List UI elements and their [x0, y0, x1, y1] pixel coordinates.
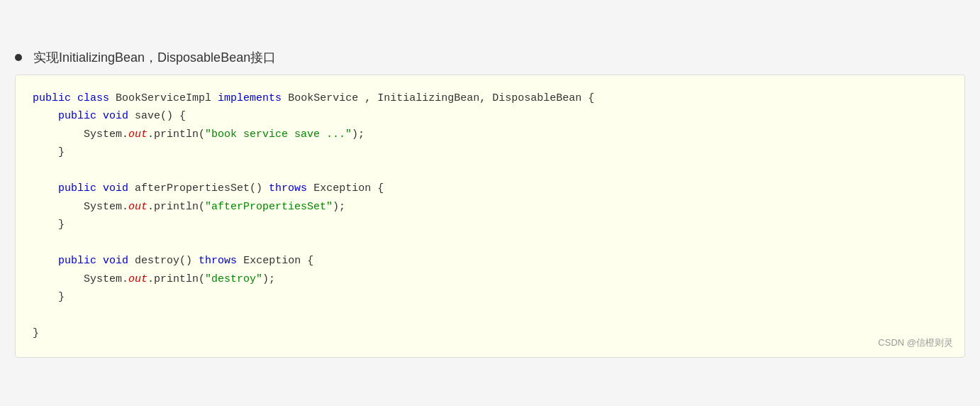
- code-line-2: public void save() {: [33, 107, 947, 126]
- code-line-11: System.out.println("destroy");: [33, 270, 947, 289]
- code-block: public class BookServiceImpl implements …: [15, 75, 965, 358]
- code-line-13: [33, 307, 947, 325]
- code-line-10: public void destroy() throws Exception {: [33, 252, 947, 270]
- code-line-8: }: [33, 216, 947, 234]
- code-line-6: public void afterPropertiesSet() throws …: [33, 180, 947, 198]
- bullet-line: 实现InitializingBean，DisposableBean接口: [15, 49, 965, 66]
- code-line-12: }: [33, 288, 947, 307]
- code-line-14: }: [33, 324, 947, 343]
- bullet-text: 实现InitializingBean，DisposableBean接口: [33, 49, 276, 66]
- code-line-1: public class BookServiceImpl implements …: [33, 89, 947, 108]
- code-line-4: }: [33, 143, 947, 162]
- code-line-3: System.out.println("book service save ..…: [33, 126, 947, 144]
- code-line-9: [33, 234, 947, 253]
- code-line-5: [33, 162, 947, 180]
- watermark: CSDN @信橙则灵: [878, 335, 953, 351]
- bullet-dot: [15, 54, 22, 61]
- page-container: 实现InitializingBean，DisposableBean接口 publ…: [15, 49, 965, 358]
- code-line-7: System.out.println("afterPropertiesSet")…: [33, 198, 947, 216]
